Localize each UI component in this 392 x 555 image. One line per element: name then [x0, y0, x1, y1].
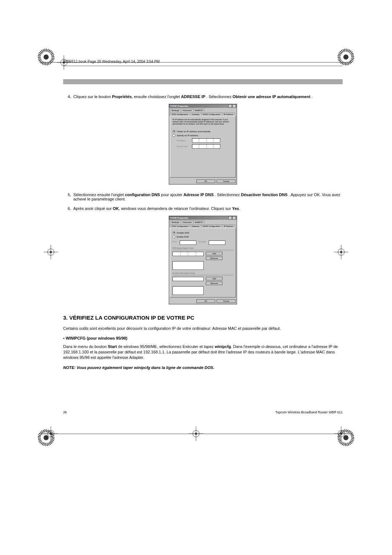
list-item: 6. Après avoir cliqué sur OK, windows vo…	[63, 206, 343, 211]
help-icon[interactable]: ?	[228, 216, 232, 220]
tab-dns-config[interactable]: DNS Configuration	[170, 224, 190, 228]
registration-ring	[338, 429, 354, 446]
list-item: 4. Cliquez sur le bouton Propriétés, ens…	[63, 94, 343, 99]
domain-label: Domain:	[199, 240, 207, 245]
radio-icon	[172, 235, 175, 238]
crop-line	[40, 434, 352, 434]
ok-button[interactable]: OK	[196, 299, 215, 303]
tcpip-properties-dns-dialog: TCP/IP Properties ? × Bindings Advanced …	[169, 216, 237, 304]
dns-server-list[interactable]	[172, 261, 204, 270]
list-body: Sélectionnez ensuite l'onglet configurat…	[73, 193, 343, 201]
tab-advanced[interactable]: Advanced	[181, 220, 193, 224]
note: NOTE: Vous pouvez également taper winipc…	[63, 365, 343, 370]
tab-wins-config[interactable]: WINS Configuration	[201, 113, 222, 116]
tab-dns-config[interactable]: DNS Configuration	[170, 113, 190, 116]
host-label: Host:	[172, 240, 177, 245]
section-heading: 3. VÉRIFIEZ LA CONFIGURATION IP DE VOTRE…	[63, 315, 343, 321]
mask-input[interactable]	[192, 144, 220, 149]
ip-address-field: IP Address:	[177, 138, 233, 143]
tab-ip-address[interactable]: IP Address	[222, 113, 235, 116]
cancel-button[interactable]: Cancel	[217, 179, 236, 183]
radio-icon	[172, 130, 175, 133]
tab-netbios[interactable]: NetBIOS	[193, 109, 205, 112]
host-input[interactable]	[180, 240, 196, 245]
running-header: WBR611.book Page 26 Wednesday, April 14,…	[63, 60, 343, 64]
dns-search-order-label: DNS Server Search Order	[172, 247, 233, 249]
tab-gateway[interactable]: Gateway	[190, 224, 201, 228]
suffix-list[interactable]	[172, 286, 204, 295]
radio-enable-dns[interactable]: Enable DNS	[172, 235, 233, 238]
tab-wins-config[interactable]: WINS Configuration	[201, 224, 222, 228]
suffix-search-order-label: Domain Suffix Search Order	[172, 272, 233, 274]
close-icon[interactable]: ×	[232, 216, 236, 220]
tab-row-2: DNS Configuration Gateway WINS Configura…	[169, 112, 237, 116]
list-number: 6.	[63, 206, 73, 211]
add-button[interactable]: Add	[206, 277, 222, 280]
list-body: Cliquez sur le bouton Propriétés, ensuit…	[73, 94, 343, 99]
tcpip-properties-dialog: TCP/IP Properties ? × Bindings Advanced …	[169, 104, 237, 185]
tab-row-1: Bindings Advanced NetBIOS	[169, 108, 237, 112]
tab-bindings[interactable]: Bindings	[170, 220, 181, 224]
svg-point-0	[48, 249, 54, 255]
ok-button[interactable]: OK	[196, 179, 215, 183]
cross-mark	[43, 244, 59, 260]
list-item: 5. Sélectionnez ensuite l'onglet configu…	[63, 193, 343, 201]
dialog-title: TCP/IP Properties	[170, 105, 188, 107]
paragraph: Certains outils sont excellents pour déc…	[63, 326, 343, 331]
page-number: 26	[63, 410, 67, 414]
svg-point-3	[50, 251, 52, 253]
tab-ip-address[interactable]: IP Address	[222, 224, 235, 228]
divider	[172, 275, 233, 275]
radio-specify-ip[interactable]: Specify an IP address:	[172, 134, 233, 137]
section-bar	[63, 79, 343, 84]
add-button[interactable]: Add	[206, 252, 222, 255]
suffix-input[interactable]	[172, 277, 204, 281]
radio-icon	[172, 231, 175, 234]
radio-disable-dns[interactable]: Disable DNS	[172, 231, 233, 234]
ip-input[interactable]	[192, 138, 220, 143]
dialog-title: TCP/IP Properties	[170, 217, 188, 219]
dns-ip-input[interactable]	[172, 252, 204, 256]
list-number: 4.	[63, 94, 73, 99]
paragraph: Dans le menu du bouton Start de windows …	[63, 344, 343, 360]
tab-advanced[interactable]: Advanced	[181, 109, 193, 112]
page-footer: 26 Topcom Wireless Broadband Router WBR …	[63, 410, 343, 414]
tab-bindings[interactable]: Bindings	[170, 109, 181, 112]
dialog-titlebar: TCP/IP Properties ? ×	[169, 104, 237, 108]
tab-row-1: Bindings Advanced NetBIOS	[169, 220, 237, 224]
tab-panel: Disable DNS Enable DNS Host: Domain: DNS…	[170, 228, 236, 297]
tab-netbios[interactable]: NetBIOS	[193, 220, 205, 224]
tab-gateway[interactable]: Gateway	[190, 113, 201, 116]
help-icon[interactable]: ?	[228, 104, 232, 108]
radio-icon	[172, 134, 175, 137]
domain-input[interactable]	[209, 240, 225, 245]
tab-panel: An IP address can be automatically assig…	[170, 116, 236, 178]
registration-ring	[38, 49, 54, 65]
tab-row-2: DNS Configuration Gateway WINS Configura…	[169, 224, 237, 228]
dialog-titlebar: TCP/IP Properties ? ×	[169, 216, 237, 220]
remove-button[interactable]: Remove	[206, 256, 222, 260]
remove-button[interactable]: Remove	[206, 281, 222, 285]
cancel-button[interactable]: Cancel	[217, 299, 236, 303]
header-rule	[63, 66, 343, 66]
radio-obtain-auto[interactable]: Obtain an IP address automatically	[172, 130, 233, 133]
bullet-heading: • WINIPCFG (pour windows 95/98)	[63, 336, 343, 340]
help-text: An IP address can be automatically assig…	[172, 118, 233, 125]
registration-ring	[38, 429, 54, 446]
page-content: WBR611.book Page 26 Wednesday, April 14,…	[63, 60, 343, 370]
subnet-mask-field: Subnet Mask:	[177, 144, 233, 149]
list-number: 5.	[63, 193, 73, 201]
divider	[172, 250, 233, 250]
product-name: Topcom Wireless Broadband Router WBR 611	[275, 410, 343, 414]
close-icon[interactable]: ×	[232, 104, 236, 108]
list-body: Après avoir cliqué sur OK, windows vous …	[73, 206, 343, 211]
